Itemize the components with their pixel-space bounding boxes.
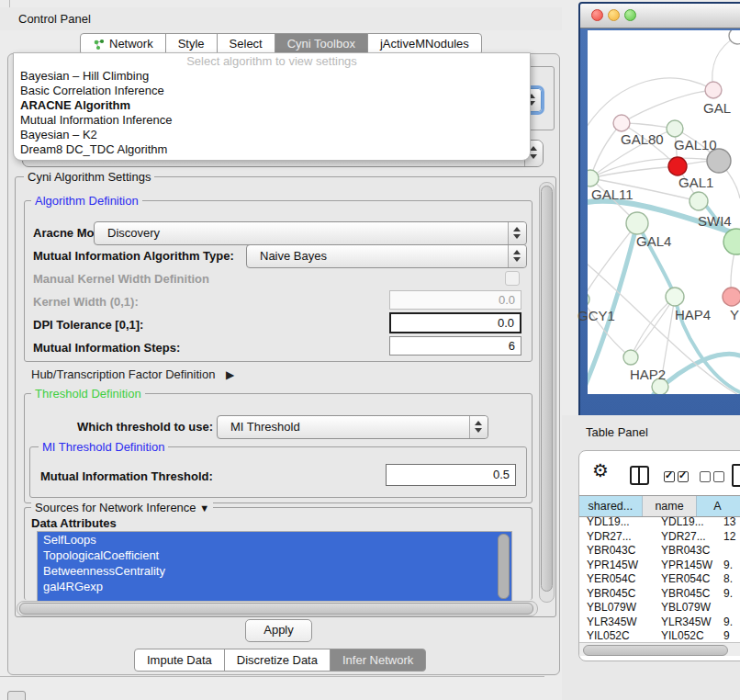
dpi-tolerance-field[interactable]: 0.0 xyxy=(389,312,521,333)
node-gcy1[interactable] xyxy=(588,292,589,307)
control-panel-titlebar: Control Panel × xyxy=(0,7,562,30)
minimize-traffic-light-icon[interactable] xyxy=(608,9,620,21)
popup-item[interactable]: Basic Correlation Inference xyxy=(14,84,530,98)
node-gal4[interactable] xyxy=(626,212,648,234)
document-icon[interactable] xyxy=(732,464,740,487)
list-scrollbar-thumb[interactable] xyxy=(498,534,510,599)
list-item[interactable]: gal4RGexp xyxy=(38,579,511,594)
table-row[interactable]: YDR27...YDR27...12 xyxy=(579,530,740,545)
settings-vscrollbar-thumb[interactable] xyxy=(541,186,553,592)
column-header-clipped[interactable]: A xyxy=(697,496,740,516)
which-threshold-combo[interactable]: MI Threshold xyxy=(217,415,488,439)
network-canvas[interactable]: GAL GAL80 GAL10 GAL1 GAL11 SWI4 GAL4 GCY… xyxy=(588,30,740,394)
cell[interactable]: YBL079W xyxy=(579,601,654,615)
tab-impute-data[interactable]: Impute Data xyxy=(134,649,225,672)
zoom-traffic-light-icon[interactable] xyxy=(624,9,636,21)
cell[interactable]: YDL19... xyxy=(579,515,654,530)
node-label: SWI4 xyxy=(698,213,732,229)
popup-item-selected[interactable]: ARACNE Algorithm xyxy=(14,98,530,113)
table-hscrollbar-thumb[interactable] xyxy=(583,645,728,656)
settings-vscrollbar-track[interactable] xyxy=(539,182,555,603)
popup-item-label: Basic Correlation Inference xyxy=(20,84,164,97)
mi-type-value: Naive Bayes xyxy=(260,245,327,266)
node-pink-right[interactable] xyxy=(723,288,740,306)
checked-checkbox-icon[interactable]: ✓ xyxy=(678,471,689,482)
popup-item[interactable]: Bayesian – K2 xyxy=(14,128,530,142)
settings-hscrollbar-track[interactable] xyxy=(17,601,538,616)
tab-infer-network-label: Infer Network xyxy=(342,649,413,671)
bottom-partial-button[interactable] xyxy=(7,691,26,700)
tab-infer-network[interactable]: Infer Network xyxy=(330,649,426,672)
column-header-name[interactable]: name xyxy=(643,496,697,516)
split-columns-icon[interactable] xyxy=(630,466,649,485)
node-hap2[interactable] xyxy=(623,350,638,365)
bottom-divider xyxy=(0,676,544,677)
sources-toggle[interactable]: Sources for Network Inference ▼ xyxy=(31,501,213,514)
list-item-label: SelfLoops xyxy=(43,533,96,547)
node-hap4[interactable] xyxy=(666,288,684,306)
cell[interactable] xyxy=(718,601,740,615)
node-partial-top[interactable] xyxy=(729,30,740,44)
dpi-tolerance-label: DPI Tolerance [0,1]: xyxy=(33,318,143,332)
combo-stepper-icon xyxy=(508,222,526,244)
cell[interactable]: YBL079W xyxy=(654,601,718,615)
close-traffic-light-icon[interactable] xyxy=(591,9,603,21)
table-row[interactable]: YPR145WYPR145W9. xyxy=(579,559,740,573)
list-item[interactable]: TopologicalCoefficient xyxy=(38,548,511,563)
cell[interactable]: YDR27... xyxy=(654,530,718,545)
settings-hscrollbar-thumb[interactable] xyxy=(19,603,533,615)
cell[interactable]: YBR043C xyxy=(654,544,718,559)
node-gal11[interactable] xyxy=(588,170,599,186)
cell[interactable]: YLR345W xyxy=(654,615,718,630)
column-header-shared-name[interactable]: shared... xyxy=(579,496,643,516)
cell[interactable]: YDR27... xyxy=(579,530,654,545)
table-row[interactable]: YER054CYER054C8. xyxy=(579,572,740,587)
hub-definition-toggle[interactable]: Hub/Transcription Factor Definition ▶ xyxy=(31,367,234,381)
table-row[interactable]: YBR043CYBR043C xyxy=(579,544,740,559)
cell[interactable]: 12 xyxy=(718,530,740,545)
cell[interactable]: 9. xyxy=(718,559,740,573)
cell[interactable] xyxy=(718,544,740,559)
unchecked-checkbox-icon[interactable] xyxy=(713,471,724,482)
node-pink-top[interactable] xyxy=(705,82,722,98)
node-label: GAL11 xyxy=(591,186,633,202)
cell[interactable]: YPR145W xyxy=(579,559,654,573)
list-item[interactable]: BetweennessCentrality xyxy=(38,563,511,579)
unchecked-checkbox-icon[interactable] xyxy=(700,471,711,482)
gear-icon[interactable]: ⚙ xyxy=(592,459,609,481)
mi-steps-field[interactable]: 6 xyxy=(389,336,521,356)
apply-button[interactable]: Apply xyxy=(245,619,312,642)
table-row[interactable]: YDL19...YDL19...13 xyxy=(579,515,740,530)
popup-item[interactable]: Mutual Information Inference xyxy=(14,113,530,128)
cell[interactable]: YDL19... xyxy=(654,515,718,530)
cell[interactable]: YER054C xyxy=(579,572,654,587)
popup-item[interactable]: Dream8 DC_TDC Algorithm xyxy=(14,142,530,157)
cell[interactable]: YLR345W xyxy=(579,615,654,630)
node-red-selected[interactable] xyxy=(668,157,687,175)
mi-type-combo[interactable]: Naive Bayes xyxy=(246,244,527,268)
table-hscrollbar-track[interactable] xyxy=(579,642,740,656)
cell[interactable]: 13 xyxy=(718,515,740,530)
aracne-mode-combo[interactable]: Discovery xyxy=(94,221,527,245)
list-item[interactable]: SelfLoops xyxy=(38,532,511,548)
cell[interactable]: YER054C xyxy=(654,572,718,587)
cell[interactable]: YBR043C xyxy=(579,544,654,559)
tab-discretize-data[interactable]: Discretize Data xyxy=(224,649,331,672)
cell[interactable]: YBR045C xyxy=(579,587,654,602)
cell[interactable]: 8. xyxy=(718,572,740,587)
mi-threshold-field[interactable]: 0.5 xyxy=(386,464,516,486)
node-gal80[interactable] xyxy=(613,115,630,131)
popup-item[interactable]: Bayesian – Hill Climbing xyxy=(14,69,530,84)
node-gal10[interactable] xyxy=(667,120,683,137)
table-row[interactable]: YBR045CYBR045C9. xyxy=(579,587,740,602)
table-row[interactable]: YLR345WYLR345W9. xyxy=(579,615,740,630)
cell[interactable]: 9. xyxy=(718,615,740,630)
checked-checkbox-icon[interactable]: ✓ xyxy=(664,471,675,482)
screen: Control Panel × Network Style Select Cyn… xyxy=(0,0,740,700)
network-window-titlebar[interactable] xyxy=(580,4,740,28)
cell[interactable]: YBR045C xyxy=(654,587,718,602)
table-row[interactable]: YBL079WYBL079W xyxy=(579,601,740,615)
node-gal1[interactable] xyxy=(690,192,708,210)
cell[interactable]: 9. xyxy=(718,587,740,602)
cell[interactable]: YPR145W xyxy=(654,559,718,573)
